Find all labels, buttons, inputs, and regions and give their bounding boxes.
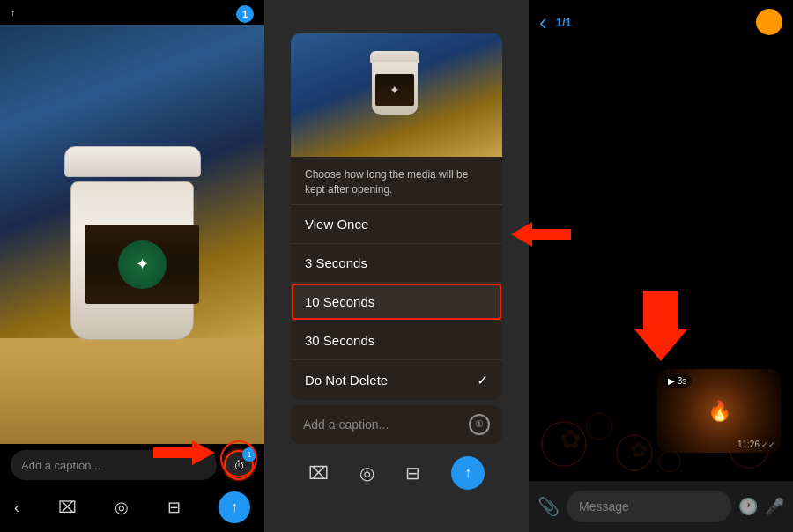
popup-send-icon: ↑ [464,465,471,481]
popup-header-text: Choose how long the media will be kept a… [305,168,468,196]
10-seconds-label: 10 Seconds [305,294,374,309]
starbucks-logo: ✦ [118,240,167,289]
send-button[interactable]: ↑ [219,491,250,523]
popup-item-10-seconds[interactable]: 10 Seconds [291,283,502,321]
popup-send-button[interactable]: ↑ [451,456,485,490]
popup-caption-badge: ① [469,414,490,435]
sliders-button[interactable]: ⊟ [167,498,181,517]
popup-item-do-not-delete[interactable]: Do Not Delete ✓ [291,360,502,400]
svg-point-7 [659,451,680,472]
popup-item-30-seconds[interactable]: 30 Seconds [291,321,502,360]
caption-row: Add a caption... ⏱ 1 [0,444,264,486]
svg-point-3 [586,413,612,440]
up-arrow-icon: ↑ [11,7,16,18]
30-seconds-label: 30 Seconds [305,333,374,348]
tune-button[interactable]: ◎ [115,498,129,517]
attach-button[interactable]: 📎 [537,496,560,517]
media-timer-badge: ▶ 3s [663,374,692,388]
popup-header: Choose how long the media will be kept a… [291,157,502,205]
send-icon: ↑ [231,499,238,515]
timer-badge: 1 [242,447,256,462]
popup-item-3-seconds[interactable]: 3 Seconds [291,244,502,283]
message-input[interactable]: Message [567,491,731,522]
arrow-down-indicator [634,291,687,365]
3-seconds-label: 3 Seconds [305,255,367,270]
coffee-photo: ✦ [0,25,264,444]
popup-caption-placeholder[interactable]: Add a caption... [303,417,389,432]
time-badge: 11:26 ✓✓ [737,440,775,449]
timer-text: ▶ 3s [668,376,686,386]
left-panel: ↑ 1 ✦ Add a caption... [0,0,264,532]
right-panel: ‹ 1/1 ✿ ✿ ✿ 🔥 ▶ 3s [529,0,793,532]
caption-placeholder: Add a caption... [21,459,100,472]
timestamp: 11:26 [737,440,760,449]
starbucks-cup: ✦ [62,146,203,340]
popup-image-preview: ✦ [291,33,502,157]
svg-marker-0 [153,440,215,465]
crop-tool[interactable]: ⌧ [308,462,329,484]
flame-emoji: 🔥 [708,400,731,423]
actions-row: ‹ ⌧ ◎ ⊟ ↑ [0,486,264,528]
cup-body: ✦ [70,181,194,340]
checkmark-icon: ✓ [477,372,488,388]
svg-marker-11 [634,291,687,361]
caption-badge-text: ① [475,418,484,430]
arrow-right-indicator [153,440,215,469]
popup-overlay: ✦ Choose how long the media will be kept… [291,33,502,499]
do-not-delete-label: Do Not Delete [305,373,388,388]
svg-text:✿: ✿ [630,438,648,462]
popup-toolbar: ⌧ ◎ ⊟ ↑ [291,447,502,499]
bottom-toolbar: Add a caption... ⏱ 1 ‹ ⌧ ◎ ⊟ ↑ [0,444,264,532]
media-bubble[interactable]: 🔥 ▶ 3s 11:26 ✓✓ [657,369,781,453]
voice-buttons: 🕐 🎤 [738,497,784,516]
notification-badge: 1 [236,5,254,23]
phone-screen: ↑ 1 ✦ Add a caption... [0,0,264,532]
cup-lid [64,146,201,177]
chat-header: ‹ 1/1 [529,0,793,44]
back-button[interactable]: ‹ [539,9,547,36]
sliders-tool[interactable]: ⊟ [405,462,420,484]
popup-item-view-once[interactable]: View Once [291,205,502,244]
message-placeholder: Message [579,499,629,514]
crop-button[interactable]: ⌧ [58,498,77,517]
chat-input-bar: 📎 Message 🕐 🎤 [529,481,793,532]
tune-tool[interactable]: ◎ [359,462,374,484]
timer-icon: ⏱ [233,459,245,472]
contact-avatar [756,9,782,35]
checkmarks: ✓✓ [761,440,775,449]
popup-menu: Choose how long the media will be kept a… [291,157,502,400]
timer-button[interactable]: ⏱ 1 [224,450,254,480]
svg-text:✿: ✿ [560,425,582,454]
cup-sleeve: ✦ [85,225,199,304]
chat-body: ✿ ✿ ✿ 🔥 ▶ 3s 11:26 ✓✓ [529,44,793,479]
middle-panel: ✦ Choose how long the media will be kept… [264,0,529,532]
chat-title: 1/1 [556,16,572,29]
view-once-label: View Once [305,217,368,232]
table-surface [0,338,264,444]
svg-marker-1 [511,222,571,247]
status-bar: ↑ 1 [0,0,264,25]
popup-caption-row: Add a caption... ① [291,405,502,444]
arrow-left-indicator [511,222,571,250]
clock-button[interactable]: 🕐 [738,497,758,516]
back-button[interactable]: ‹ [14,499,19,517]
mic-button[interactable]: 🎤 [765,497,784,516]
